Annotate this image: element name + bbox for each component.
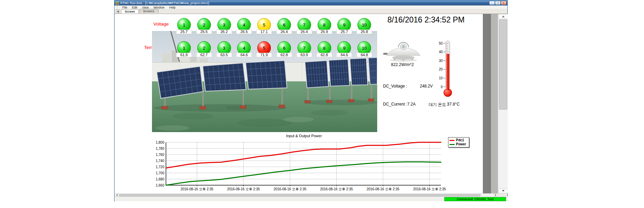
svg-text:40: 40 <box>439 50 443 54</box>
tab-nav-left-button[interactable] <box>116 10 120 13</box>
y-tick-label: 1,700 <box>156 171 164 175</box>
scroll-left-button[interactable] <box>115 194 119 196</box>
x-tick-label: 2016-08-16 오후 2:35 <box>227 187 260 191</box>
legend-label-pdc1: Pdc1 <box>456 138 464 142</box>
minimize-button[interactable]: – <box>489 1 495 5</box>
pyranometer-image <box>383 36 424 62</box>
scroll-up-button[interactable] <box>498 14 508 19</box>
voltage-value-7: 26.4 <box>296 30 312 34</box>
legend-label-power: Power <box>456 142 466 146</box>
temperature-value-6: 62.8 <box>276 53 292 57</box>
temperature-value-8: 62.8 <box>317 53 332 57</box>
chart-title: Input & Output Power <box>268 134 340 138</box>
close-button[interactable]: ✕ <box>501 1 506 5</box>
y-tick-label: 1,740 <box>156 159 164 163</box>
pyranometer-reading: 822.2W/m^2 <box>382 62 423 67</box>
vertical-scrollbar[interactable] <box>498 14 508 193</box>
arrow-right-icon <box>495 194 496 196</box>
dc-voltage-label: DC_Voltage : <box>383 84 407 89</box>
temperature-value-9: 64.6 <box>336 53 352 57</box>
arrow-down-icon <box>502 190 505 192</box>
tab-screen1[interactable]: Screen1 <box>139 9 158 13</box>
status-connected-badge: Connected: CR1000_Test <box>444 197 506 201</box>
voltage-row-label: Voltage <box>153 21 169 27</box>
screenshot-stage: RTMC Run-time - [C:₩Campbellsci₩RTMC₩new… <box>0 0 644 208</box>
dc-voltage-value: 248.2V <box>420 84 433 89</box>
chevron-left-icon <box>117 11 119 13</box>
window-controls: –❐✕ <box>489 1 506 5</box>
workspace-margin <box>483 14 491 193</box>
x-tick-label: 2016-08-16 오후 2:35 <box>320 187 353 191</box>
voltage-value-10: 25.8 <box>356 30 372 34</box>
tab-bar: ScreenScreen1 <box>114 10 507 14</box>
voltage-value-1: 25.7 <box>176 30 192 34</box>
series-pdc1 <box>166 142 441 168</box>
y-tick-label: 1,720 <box>156 165 164 169</box>
voltage-value-9: 25.7 <box>336 30 352 34</box>
status-bar: Connected: CR1000_Test <box>115 196 508 201</box>
y-tick-label: 1,680 <box>156 177 164 181</box>
series-power <box>166 162 441 185</box>
power-chart: 1,8001,7801,7601,7401,7201,7001,6801,660… <box>152 138 449 193</box>
temperature-value-7: 63.9 <box>296 53 312 57</box>
scroll-right-button[interactable] <box>494 194 498 196</box>
workspace-margin-light <box>491 14 498 193</box>
svg-text:50: 50 <box>439 42 443 45</box>
voltage-indicator-row: 125.7225.5326.2426.5517.1626.4726.4825.9… <box>177 18 386 34</box>
scroll-down-button[interactable] <box>498 188 508 193</box>
temperature-value-5: 71.9 <box>256 53 272 57</box>
temperature-value-1: 61.9 <box>176 53 192 57</box>
voltage-value-5: 17.1 <box>256 30 272 34</box>
x-tick-label: 2016-08-16 오후 2:35 <box>367 187 400 191</box>
temperature-value-4: 64.6 <box>236 53 252 57</box>
x-tick-label: 2016-08-16 오후 2:35 <box>181 187 214 191</box>
thermometer: 50403020100 <box>433 40 454 98</box>
temperature-value-10: 64.8 <box>356 53 372 57</box>
y-tick-label: 1,780 <box>156 147 164 150</box>
voltage-value-3: 26.2 <box>216 30 232 34</box>
chart-legend: Pdc1 Power <box>448 137 469 147</box>
dc-current-label: DC_Current : <box>383 102 407 107</box>
svg-text:0: 0 <box>441 85 443 89</box>
svg-text:10: 10 <box>439 76 443 80</box>
voltage-value-2: 25.5 <box>196 30 212 34</box>
power-line-swatch <box>449 144 455 145</box>
window-title: RTMC Run-time - [C:₩Campbellsci₩RTMC₩new… <box>120 1 209 5</box>
air-temp-label: 대기 온도 : <box>429 102 448 108</box>
temperature-value-3: 63.5 <box>216 53 232 57</box>
legend-item-pdc1: Pdc1 <box>449 138 468 142</box>
y-tick-label: 1,660 <box>156 183 164 187</box>
menu-grip-icon <box>117 6 118 9</box>
voltage-value-4: 26.5 <box>236 30 252 34</box>
rtmc-window: RTMC Run-time - [C:₩Campbellsci₩RTMC₩new… <box>114 0 508 201</box>
menu-help[interactable]: Help <box>167 6 178 9</box>
menu-bar: FileEditViewWindowHelp <box>114 5 507 10</box>
y-tick-label: 1,760 <box>156 153 164 157</box>
temperature-indicator-row: 161.9262.7363.5464.6571.9662.8763.9862.8… <box>177 41 386 58</box>
x-tick-label: 2016-08-16 오후 2:35 <box>274 187 307 191</box>
app-icon <box>116 1 119 5</box>
maximize-button[interactable]: ❐ <box>495 1 501 5</box>
x-tick-label: 2016-08-16 오후 2:35 <box>413 187 446 191</box>
y-tick-label: 1,800 <box>156 141 164 144</box>
title-bar[interactable]: RTMC Run-time - [C:₩Campbellsci₩RTMC₩new… <box>114 0 507 5</box>
temperature-value-2: 62.7 <box>196 53 212 57</box>
pdc1-line-swatch <box>449 140 455 141</box>
svg-text:30: 30 <box>439 59 443 63</box>
legend-item-power: Power <box>449 142 468 146</box>
horizontal-scrollbar-thumb[interactable] <box>119 194 480 196</box>
air-temp-value: 37.8°C <box>447 102 460 107</box>
svg-text:20: 20 <box>439 67 443 71</box>
dc-current-value: 7.2A <box>407 102 416 107</box>
tab-screen[interactable]: Screen <box>121 9 139 14</box>
screen-canvas: Voltage 125.7225.5326.2426.5517.1626.472… <box>115 14 508 193</box>
vertical-scrollbar-thumb[interactable] <box>499 19 507 110</box>
datetime-display: 8/16/2016 2:34:52 PM <box>387 15 473 25</box>
arrow-up-icon <box>502 16 505 17</box>
arrow-left-icon <box>116 194 118 196</box>
horizontal-scrollbar[interactable] <box>115 193 498 196</box>
voltage-value-6: 26.4 <box>276 30 292 34</box>
voltage-value-8: 25.9 <box>317 30 332 34</box>
